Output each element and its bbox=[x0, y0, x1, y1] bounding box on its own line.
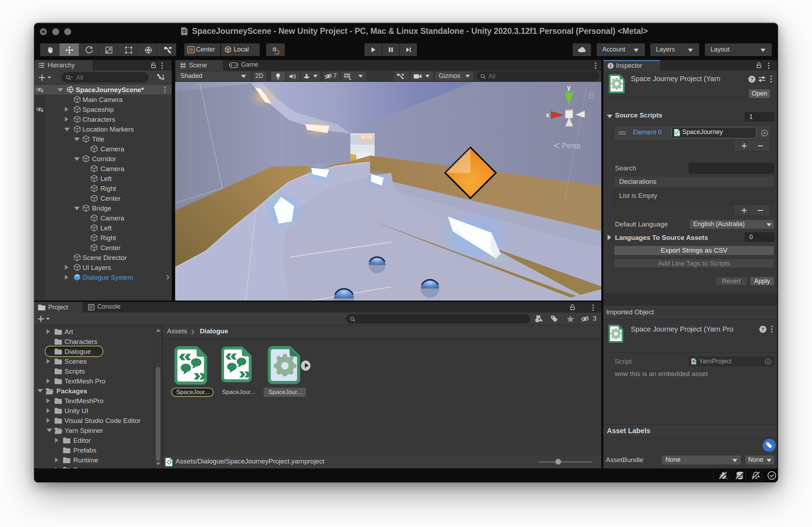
svg-text:x: x bbox=[546, 111, 550, 119]
svg-text:?: ? bbox=[750, 77, 753, 82]
svg-text:Persp: Persp bbox=[562, 142, 580, 150]
svg-text:?: ? bbox=[761, 327, 764, 332]
svg-text:y: y bbox=[567, 84, 571, 91]
